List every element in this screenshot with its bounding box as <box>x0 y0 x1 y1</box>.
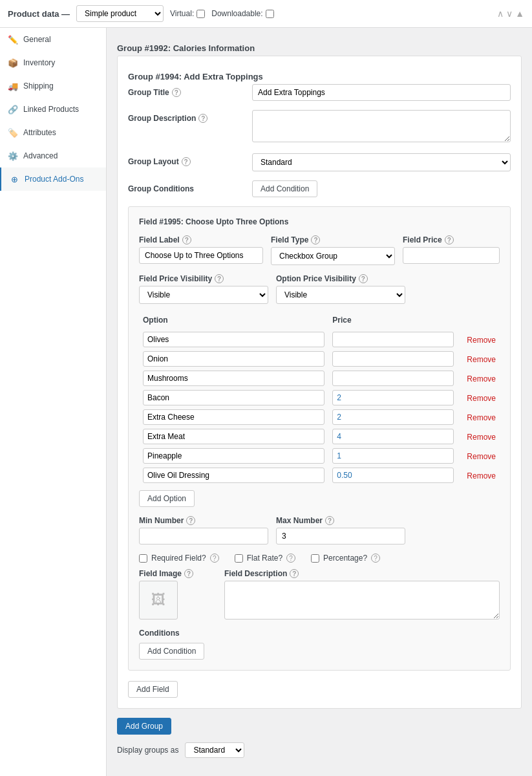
option-price-visibility-col: Option Price Visibility ? Visible Hidden <box>276 274 405 304</box>
group-description-help-icon: ? <box>198 114 207 123</box>
sidebar-item-shipping[interactable]: 🚚 Shipping <box>0 74 106 98</box>
group-conditions-label: Group Conditions <box>128 184 244 193</box>
arrows: ∧ ∨ ▲ <box>497 8 524 19</box>
product-addons-icon: ⊕ <box>9 174 19 184</box>
flat-rate-checkbox[interactable] <box>235 554 243 563</box>
group-title-row: Group Title ? <box>128 84 511 101</box>
min-number-input[interactable] <box>139 528 268 544</box>
option-price-visibility-select[interactable]: Visible Hidden <box>276 286 405 304</box>
add-group-section: Add Group <box>117 718 522 735</box>
add-field-button[interactable]: Add Field <box>128 681 178 698</box>
remove-option-link-2[interactable]: Remove <box>462 374 496 383</box>
field-image-box[interactable]: 🖼 <box>139 581 178 620</box>
arrow-up[interactable]: ∧ <box>497 8 504 19</box>
option-name-cell <box>139 466 328 485</box>
option-price-input-3[interactable] <box>332 390 454 405</box>
remove-option-link-4[interactable]: Remove <box>462 413 496 422</box>
virtual-checkbox[interactable] <box>197 10 205 18</box>
option-name-cell <box>139 330 328 349</box>
product-type-select[interactable]: Simple product <box>76 5 164 22</box>
table-row: Remove <box>139 427 500 446</box>
option-name-input-3[interactable] <box>143 390 325 405</box>
percentage-help-icon: ? <box>371 554 380 563</box>
group-title-input[interactable] <box>252 84 511 101</box>
field-label-input[interactable] <box>139 247 263 264</box>
arrow-down[interactable]: ∨ <box>506 8 513 19</box>
group-layout-select[interactable]: Standard Accordion <box>252 153 511 171</box>
shipping-icon: 🚚 <box>8 81 18 91</box>
main-content: Group #1992: Calories Information Group … <box>107 28 532 776</box>
option-price-input-5[interactable] <box>332 429 454 444</box>
option-price-input-4[interactable] <box>332 409 454 425</box>
option-name-cell <box>139 349 328 369</box>
price-visibility-row: Field Price Visibility ? Visible Hidden … <box>139 274 500 304</box>
display-groups-select[interactable]: Standard Accordion <box>185 742 244 758</box>
option-price-input-1[interactable] <box>332 351 454 367</box>
required-field-label: Required Field? <box>151 554 206 563</box>
downloadable-section: Downloadable: <box>211 9 273 18</box>
option-name-input-7[interactable] <box>143 468 325 483</box>
field-1995-heading: Field #1995: Choose Upto Three Options <box>139 217 500 226</box>
downloadable-label: Downloadable: <box>211 9 262 18</box>
sidebar-item-advanced[interactable]: ⚙️ Advanced <box>0 144 106 167</box>
downloadable-checkbox[interactable] <box>266 10 274 18</box>
group-description-input[interactable] <box>252 110 511 142</box>
field-price-visibility-select[interactable]: Visible Hidden <box>139 286 268 304</box>
field-add-condition-button[interactable]: Add Condition <box>139 643 204 660</box>
virtual-section: Virtual: <box>170 9 205 18</box>
group-add-condition-button[interactable]: Add Condition <box>252 180 317 197</box>
remove-option-link-7[interactable]: Remove <box>462 471 496 480</box>
required-field-checkbox[interactable] <box>139 554 147 563</box>
option-name-input-0[interactable] <box>143 332 325 347</box>
option-price-input-0[interactable] <box>332 332 454 347</box>
field-description-label: Field Description ? <box>224 569 500 578</box>
option-price-input-2[interactable] <box>332 371 454 386</box>
field-description-col: Field Description ? <box>224 569 500 620</box>
remove-option-link-6[interactable]: Remove <box>462 452 496 461</box>
option-name-input-2[interactable] <box>143 371 325 386</box>
group-description-row: Group Description ? <box>128 110 511 144</box>
group-layout-row: Group Layout ? Standard Accordion <box>128 153 511 171</box>
option-remove-cell: Remove <box>458 349 500 369</box>
field-description-input[interactable] <box>224 581 500 620</box>
sidebar-item-attributes[interactable]: 🏷️ Attributes <box>0 121 106 144</box>
table-row: Remove <box>139 446 500 466</box>
required-field-checkbox-row[interactable]: Required Field? ? <box>139 554 219 563</box>
sidebar-item-linked-products[interactable]: 🔗 Linked Products <box>0 98 106 121</box>
add-group-button[interactable]: Add Group <box>117 718 171 735</box>
option-price-input-7[interactable] <box>332 468 454 483</box>
option-name-input-6[interactable] <box>143 448 325 464</box>
max-number-input[interactable] <box>276 528 405 544</box>
option-price-visibility-label: Option Price Visibility ? <box>276 274 405 283</box>
virtual-label: Virtual: <box>170 9 194 18</box>
field-type-select[interactable]: Checkbox Group Text Select Radio Buttons <box>271 247 395 265</box>
sidebar-item-attributes-label: Attributes <box>23 128 56 137</box>
price-col-header: Price <box>328 313 458 330</box>
arrow-expand[interactable]: ▲ <box>515 8 524 19</box>
option-name-input-5[interactable] <box>143 429 325 444</box>
required-field-help-icon: ? <box>210 554 219 563</box>
option-col-header: Option <box>139 313 328 330</box>
percentage-checkbox-row[interactable]: Percentage? ? <box>311 554 380 563</box>
field-label-help-icon: ? <box>182 235 191 244</box>
option-price-input-6[interactable] <box>332 448 454 464</box>
option-name-input-4[interactable] <box>143 409 325 425</box>
remove-option-link-5[interactable]: Remove <box>462 433 496 442</box>
remove-option-link-3[interactable]: Remove <box>462 394 496 403</box>
sidebar-item-inventory[interactable]: 📦 Inventory <box>0 51 106 74</box>
option-price-cell <box>328 330 458 349</box>
sidebar-item-product-addons[interactable]: ⊕ Product Add-Ons <box>0 167 106 191</box>
percentage-checkbox[interactable] <box>311 554 319 563</box>
sidebar-item-general[interactable]: ✏️ General <box>0 28 106 51</box>
remove-option-link-1[interactable]: Remove <box>462 355 496 364</box>
table-row: Remove <box>139 330 500 349</box>
remove-option-link-0[interactable]: Remove <box>462 336 496 345</box>
option-remove-cell: Remove <box>458 388 500 407</box>
option-price-cell <box>328 388 458 407</box>
max-number-label: Max Number ? <box>276 516 405 525</box>
field-price-input[interactable] <box>403 247 500 264</box>
field-type-help-icon: ? <box>311 235 320 244</box>
add-option-button[interactable]: Add Option <box>139 490 195 507</box>
flat-rate-checkbox-row[interactable]: Flat Rate? ? <box>235 554 295 563</box>
option-name-input-1[interactable] <box>143 351 325 367</box>
